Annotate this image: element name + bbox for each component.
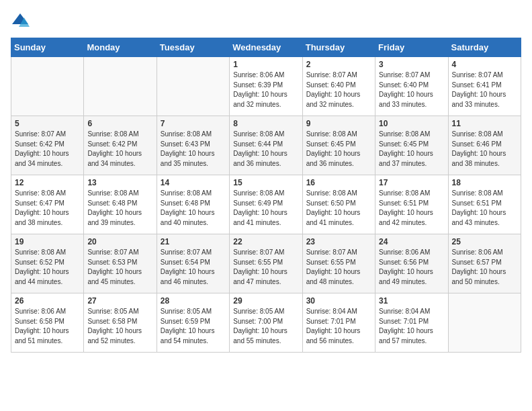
logo-icon [11, 11, 30, 30]
calendar-cell: 9Sunrise: 8:08 AM Sunset: 6:45 PM Daylig… [302, 116, 375, 175]
day-number: 12 [15, 178, 80, 187]
calendar-row: 12Sunrise: 8:08 AM Sunset: 6:47 PM Dayli… [11, 175, 521, 234]
calendar-cell: 29Sunrise: 8:05 AM Sunset: 7:00 PM Dayli… [230, 293, 302, 353]
weekday-header-row: SundayMondayTuesdayWednesdayThursdayFrid… [11, 38, 521, 57]
day-info: Sunrise: 8:08 AM Sunset: 6:49 PM Dayligh… [233, 189, 298, 228]
day-number: 26 [15, 296, 80, 306]
calendar-cell: 23Sunrise: 8:07 AM Sunset: 6:55 PM Dayli… [302, 234, 375, 293]
calendar-cell [11, 57, 84, 116]
day-info: Sunrise: 8:08 AM Sunset: 6:45 PM Dayligh… [306, 130, 371, 169]
day-number: 21 [161, 237, 226, 246]
calendar-cell [157, 57, 229, 116]
day-number: 4 [452, 60, 517, 69]
day-info: Sunrise: 8:07 AM Sunset: 6:40 PM Dayligh… [379, 71, 444, 109]
day-number: 24 [379, 237, 444, 246]
calendar-cell: 10Sunrise: 8:08 AM Sunset: 6:45 PM Dayli… [375, 116, 448, 175]
day-number: 6 [87, 119, 152, 128]
day-info: Sunrise: 8:08 AM Sunset: 6:46 PM Dayligh… [452, 130, 517, 169]
day-info: Sunrise: 8:07 AM Sunset: 6:53 PM Dayligh… [87, 248, 152, 287]
day-number: 23 [306, 237, 371, 246]
calendar-cell: 27Sunrise: 8:05 AM Sunset: 6:58 PM Dayli… [84, 293, 157, 353]
day-info: Sunrise: 8:08 AM Sunset: 6:42 PM Dayligh… [87, 130, 152, 169]
calendar-cell: 31Sunrise: 8:04 AM Sunset: 7:01 PM Dayli… [375, 293, 448, 353]
day-info: Sunrise: 8:08 AM Sunset: 6:43 PM Dayligh… [161, 130, 226, 169]
day-number: 28 [161, 296, 226, 306]
day-info: Sunrise: 8:08 AM Sunset: 6:50 PM Dayligh… [306, 189, 371, 228]
calendar-cell: 19Sunrise: 8:08 AM Sunset: 6:52 PM Dayli… [11, 234, 84, 293]
day-number: 7 [161, 119, 226, 128]
calendar-cell: 6Sunrise: 8:08 AM Sunset: 6:42 PM Daylig… [84, 116, 157, 175]
calendar-cell: 28Sunrise: 8:05 AM Sunset: 6:59 PM Dayli… [157, 293, 229, 353]
day-number: 15 [233, 178, 298, 187]
day-number: 31 [379, 296, 444, 306]
calendar-cell: 15Sunrise: 8:08 AM Sunset: 6:49 PM Dayli… [230, 175, 302, 234]
day-info: Sunrise: 8:08 AM Sunset: 6:48 PM Dayligh… [87, 189, 152, 228]
day-number: 25 [452, 237, 517, 246]
weekday-header: Saturday [448, 38, 521, 57]
day-info: Sunrise: 8:07 AM Sunset: 6:54 PM Dayligh… [161, 248, 226, 287]
calendar-cell: 20Sunrise: 8:07 AM Sunset: 6:53 PM Dayli… [84, 234, 157, 293]
day-info: Sunrise: 8:07 AM Sunset: 6:55 PM Dayligh… [306, 248, 371, 287]
day-number: 5 [15, 119, 80, 128]
calendar-cell: 25Sunrise: 8:06 AM Sunset: 6:57 PM Dayli… [448, 234, 521, 293]
weekday-header: Thursday [302, 38, 375, 57]
day-info: Sunrise: 8:08 AM Sunset: 6:47 PM Dayligh… [15, 189, 80, 228]
day-info: Sunrise: 8:04 AM Sunset: 7:01 PM Dayligh… [379, 307, 444, 346]
day-number: 3 [379, 60, 444, 69]
weekday-header: Wednesday [230, 38, 302, 57]
calendar-cell [448, 293, 521, 353]
day-number: 10 [379, 119, 444, 128]
day-info: Sunrise: 8:04 AM Sunset: 7:01 PM Dayligh… [306, 307, 371, 346]
day-info: Sunrise: 8:08 AM Sunset: 6:44 PM Dayligh… [233, 130, 298, 169]
day-number: 16 [306, 178, 371, 187]
calendar-row: 5Sunrise: 8:07 AM Sunset: 6:42 PM Daylig… [11, 116, 521, 175]
day-info: Sunrise: 8:08 AM Sunset: 6:52 PM Dayligh… [15, 248, 80, 287]
calendar-cell: 13Sunrise: 8:08 AM Sunset: 6:48 PM Dayli… [84, 175, 157, 234]
day-info: Sunrise: 8:08 AM Sunset: 6:48 PM Dayligh… [161, 189, 226, 228]
day-number: 27 [87, 296, 152, 306]
calendar-row: 1Sunrise: 8:06 AM Sunset: 6:39 PM Daylig… [11, 57, 521, 116]
calendar-cell: 8Sunrise: 8:08 AM Sunset: 6:44 PM Daylig… [230, 116, 302, 175]
day-info: Sunrise: 8:07 AM Sunset: 6:55 PM Dayligh… [233, 248, 298, 287]
calendar-table: SundayMondayTuesdayWednesdayThursdayFrid… [11, 38, 521, 353]
day-info: Sunrise: 8:06 AM Sunset: 6:58 PM Dayligh… [15, 307, 80, 346]
weekday-header: Sunday [11, 38, 84, 57]
calendar-cell: 18Sunrise: 8:08 AM Sunset: 6:51 PM Dayli… [448, 175, 521, 234]
day-info: Sunrise: 8:06 AM Sunset: 6:39 PM Dayligh… [233, 71, 298, 109]
calendar-cell: 30Sunrise: 8:04 AM Sunset: 7:01 PM Dayli… [302, 293, 375, 353]
calendar-cell: 5Sunrise: 8:07 AM Sunset: 6:42 PM Daylig… [11, 116, 84, 175]
day-info: Sunrise: 8:08 AM Sunset: 6:45 PM Dayligh… [379, 130, 444, 169]
page-header [11, 11, 521, 30]
day-number: 22 [233, 237, 298, 246]
calendar-cell: 4Sunrise: 8:07 AM Sunset: 6:41 PM Daylig… [448, 57, 521, 116]
calendar-cell: 22Sunrise: 8:07 AM Sunset: 6:55 PM Dayli… [230, 234, 302, 293]
logo [11, 11, 32, 30]
weekday-header: Tuesday [157, 38, 229, 57]
calendar-cell: 3Sunrise: 8:07 AM Sunset: 6:40 PM Daylig… [375, 57, 448, 116]
day-info: Sunrise: 8:07 AM Sunset: 6:41 PM Dayligh… [452, 71, 517, 109]
calendar-cell: 2Sunrise: 8:07 AM Sunset: 6:40 PM Daylig… [302, 57, 375, 116]
calendar-cell: 1Sunrise: 8:06 AM Sunset: 6:39 PM Daylig… [230, 57, 302, 116]
calendar-cell: 7Sunrise: 8:08 AM Sunset: 6:43 PM Daylig… [157, 116, 229, 175]
day-number: 20 [87, 237, 152, 246]
day-info: Sunrise: 8:06 AM Sunset: 6:57 PM Dayligh… [452, 248, 517, 287]
day-info: Sunrise: 8:05 AM Sunset: 7:00 PM Dayligh… [233, 307, 298, 346]
day-number: 19 [15, 237, 80, 246]
day-info: Sunrise: 8:05 AM Sunset: 6:59 PM Dayligh… [161, 307, 226, 346]
calendar-cell: 12Sunrise: 8:08 AM Sunset: 6:47 PM Dayli… [11, 175, 84, 234]
day-number: 2 [306, 60, 371, 69]
calendar-cell: 21Sunrise: 8:07 AM Sunset: 6:54 PM Dayli… [157, 234, 229, 293]
day-number: 8 [233, 119, 298, 128]
calendar-cell: 17Sunrise: 8:08 AM Sunset: 6:51 PM Dayli… [375, 175, 448, 234]
calendar-cell [84, 57, 157, 116]
day-info: Sunrise: 8:07 AM Sunset: 6:42 PM Dayligh… [15, 130, 80, 169]
day-info: Sunrise: 8:08 AM Sunset: 6:51 PM Dayligh… [379, 189, 444, 228]
day-info: Sunrise: 8:08 AM Sunset: 6:51 PM Dayligh… [452, 189, 517, 228]
day-number: 18 [452, 178, 517, 187]
calendar-row: 19Sunrise: 8:08 AM Sunset: 6:52 PM Dayli… [11, 234, 521, 293]
day-number: 29 [233, 296, 298, 306]
day-number: 11 [452, 119, 517, 128]
day-info: Sunrise: 8:05 AM Sunset: 6:58 PM Dayligh… [87, 307, 152, 346]
day-number: 14 [161, 178, 226, 187]
day-number: 30 [306, 296, 371, 306]
